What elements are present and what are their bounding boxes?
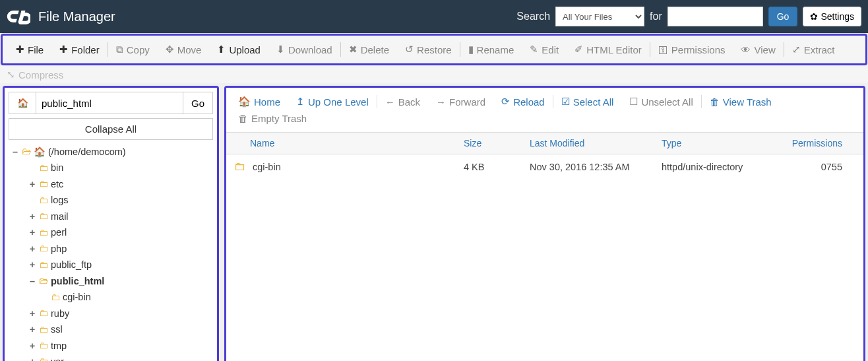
tree-node[interactable]: +🗀ssl: [9, 321, 213, 337]
home-icon: 🏠: [17, 98, 28, 108]
html-editor-label: HTML Editor: [586, 44, 642, 55]
edit-square-icon: ✐: [574, 44, 583, 55]
nav-forward-label: Forward: [449, 96, 485, 108]
collapse-all-button[interactable]: Collapse All: [9, 118, 213, 140]
nav-up-button[interactable]: ↥Up One Level: [288, 93, 377, 110]
tree-node[interactable]: +🗀mail: [9, 209, 213, 224]
upload-button[interactable]: ⬆Upload: [209, 40, 268, 59]
view-button[interactable]: 👁View: [733, 40, 783, 59]
col-type[interactable]: Type: [662, 138, 780, 148]
tree-toggle[interactable]: [28, 193, 36, 207]
move-button[interactable]: ✥Move: [158, 40, 210, 59]
copy-button[interactable]: ⧉Copy: [108, 40, 158, 59]
settings-button[interactable]: ✿ Settings: [803, 7, 861, 26]
html-editor-button[interactable]: ✐HTML Editor: [567, 40, 650, 59]
nav-reload-button[interactable]: ⟳Reload: [493, 93, 553, 110]
tree-node[interactable]: +🗀etc: [9, 176, 213, 192]
new-folder-button[interactable]: ✚Folder: [51, 40, 108, 59]
tree-node[interactable]: +🗀ruby: [9, 306, 213, 321]
nav-reload-label: Reload: [513, 96, 545, 108]
key-icon: ⚿: [658, 44, 668, 55]
new-file-button[interactable]: ✚File: [8, 40, 51, 59]
select-all-button[interactable]: ☑Select All: [553, 93, 622, 110]
app-header: File Manager Search All Your Files for G…: [0, 0, 868, 33]
folder-icon: 🗀: [39, 339, 48, 353]
search-label: Search: [516, 11, 550, 22]
empty-trash-label: Empty Trash: [251, 113, 307, 124]
folder-icon: 🗀: [234, 160, 246, 174]
col-name[interactable]: Name: [226, 138, 464, 148]
nav-back-button[interactable]: ←Back: [377, 94, 428, 110]
edit-button[interactable]: ✎Edit: [522, 40, 567, 59]
rename-button[interactable]: ▮Rename: [460, 40, 522, 59]
permissions-button[interactable]: ⚿Permissions: [650, 40, 733, 59]
tree-toggle[interactable]: +: [28, 306, 36, 321]
tree-node[interactable]: +🗀perl: [9, 224, 213, 240]
empty-trash-button[interactable]: 🗑Empty Trash: [230, 110, 315, 127]
gear-icon: ✿: [810, 11, 818, 22]
tree-toggle[interactable]: +: [28, 177, 36, 191]
tree-node-label: ssl: [51, 322, 63, 337]
tree-toggle[interactable]: +: [28, 225, 36, 240]
tree-toggle[interactable]: –: [11, 145, 19, 159]
download-button[interactable]: ⬇Download: [268, 40, 340, 59]
tree-node[interactable]: +🗀tmp: [9, 338, 213, 354]
search-scope-select[interactable]: All Your Files: [555, 7, 644, 26]
tree-toggle[interactable]: +: [28, 242, 36, 256]
delete-button[interactable]: ✖Delete: [341, 40, 397, 59]
search-input[interactable]: [667, 7, 763, 26]
restore-button[interactable]: ↺Restore: [397, 40, 460, 59]
compress-label: Compress: [18, 69, 63, 81]
col-size[interactable]: Size: [464, 138, 530, 148]
tree-toggle[interactable]: +: [28, 257, 36, 272]
file-label: File: [28, 44, 44, 55]
path-go-button[interactable]: Go: [183, 92, 213, 114]
col-permissions[interactable]: Permissions: [780, 138, 853, 148]
tree-root[interactable]: – 🗁 🏠 (/home/democom): [9, 144, 213, 160]
nav-home-button[interactable]: 🏠Home: [230, 93, 288, 110]
tree-toggle[interactable]: +: [28, 322, 36, 337]
tree-node[interactable]: 🗀logs: [9, 192, 213, 208]
tree-node[interactable]: 🗀bin: [9, 160, 213, 176]
extract-button[interactable]: ⤢Extract: [784, 40, 843, 59]
tree-toggle[interactable]: +: [28, 339, 36, 353]
compress-button[interactable]: ⤡Compress: [0, 66, 868, 83]
settings-label: Settings: [821, 11, 854, 22]
tree-toggle[interactable]: +: [28, 354, 36, 361]
folder-tree: – 🗁 🏠 (/home/democom) 🗀bin+🗀etc 🗀logs+🗀m…: [9, 144, 213, 361]
view-trash-button[interactable]: 🗑View Trash: [702, 94, 780, 110]
extract-label: Extract: [804, 44, 835, 55]
nav-forward-button[interactable]: →Forward: [428, 94, 493, 110]
tree-node-label: cgi-bin: [63, 290, 91, 304]
edit-label: Edit: [542, 44, 559, 55]
unselect-all-button[interactable]: ☐Unselect All: [621, 93, 700, 110]
plus-icon: ✚: [59, 44, 68, 55]
tree-toggle[interactable]: [28, 160, 36, 175]
trash-icon: 🗑: [238, 113, 248, 124]
nav-up-label: Up One Level: [308, 96, 369, 108]
folder-icon: 🗀: [51, 290, 60, 305]
tree-node-label: var: [51, 354, 64, 361]
tree-node[interactable]: +🗀var: [9, 354, 213, 361]
tree-toggle[interactable]: +: [28, 209, 36, 224]
tree-node-label: etc: [51, 177, 63, 191]
tree-node[interactable]: +🗀php: [9, 241, 213, 257]
uncheck-icon: ☐: [629, 96, 638, 108]
tree-node[interactable]: –🗁public_html: [9, 273, 213, 289]
tree-toggle[interactable]: [40, 290, 48, 304]
search-go-button[interactable]: Go: [768, 7, 798, 26]
table-row[interactable]: 🗀cgi-bin4 KBNov 30, 2016 12:35 AMhttpd/u…: [226, 154, 863, 179]
tree-node-label: bin: [51, 160, 63, 175]
folder-icon: 🗀: [39, 193, 48, 208]
tree-node-label: logs: [51, 193, 69, 207]
path-input[interactable]: [36, 92, 183, 114]
tree-node[interactable]: 🗀cgi-bin: [9, 289, 213, 305]
main-toolbar: ✚File ✚Folder ⧉Copy ✥Move ⬆Upload ⬇Downl…: [1, 34, 867, 65]
home-path-button[interactable]: 🏠: [9, 92, 36, 114]
arrow-left-icon: ←: [385, 96, 395, 108]
trash-icon: 🗑: [710, 96, 720, 108]
cpanel-logo-icon: [7, 8, 30, 25]
tree-node[interactable]: +🗀public_ftp: [9, 257, 213, 273]
tree-toggle[interactable]: –: [28, 274, 36, 288]
col-modified[interactable]: Last Modified: [530, 138, 662, 148]
